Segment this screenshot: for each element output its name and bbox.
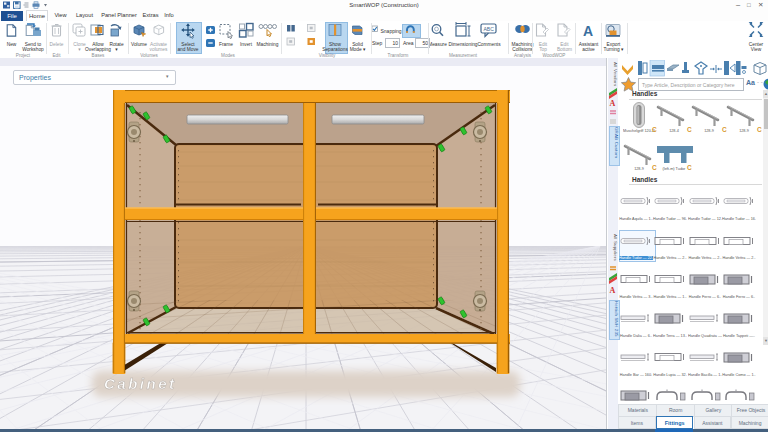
svg-text:A: A bbox=[610, 99, 616, 108]
svg-text:Cabinet: Cabinet bbox=[104, 375, 177, 392]
svg-text:A: A bbox=[610, 286, 616, 295]
